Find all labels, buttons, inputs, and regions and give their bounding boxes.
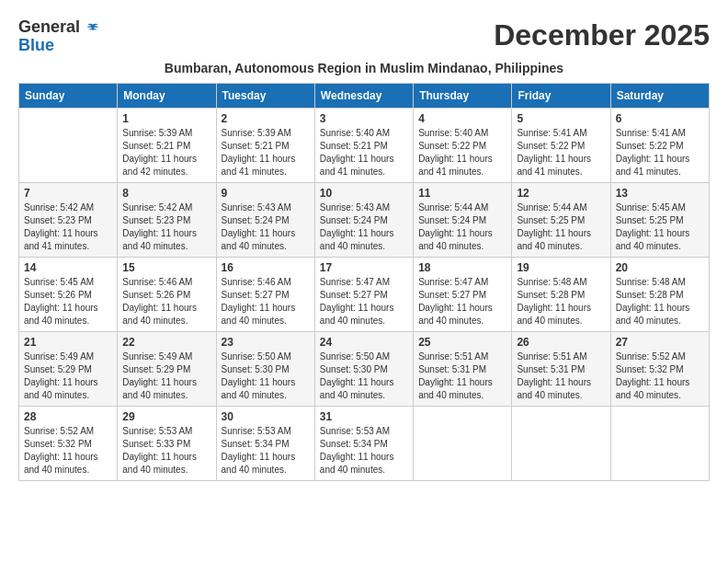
calendar-cell: 4Sunrise: 5:40 AM Sunset: 5:22 PM Daylig… <box>414 108 512 182</box>
calendar-cell: 11Sunrise: 5:44 AM Sunset: 5:24 PM Dayli… <box>414 182 512 257</box>
day-info: Sunrise: 5:53 AM Sunset: 5:34 PM Dayligh… <box>320 425 408 477</box>
day-info: Sunrise: 5:42 AM Sunset: 5:23 PM Dayligh… <box>122 201 210 253</box>
day-number: 23 <box>222 336 310 349</box>
calendar-table: SundayMondayTuesdayWednesdayThursdayFrid… <box>18 83 710 481</box>
day-info: Sunrise: 5:46 AM Sunset: 5:27 PM Dayligh… <box>222 276 310 327</box>
calendar-cell: 20Sunrise: 5:48 AM Sunset: 5:28 PM Dayli… <box>610 257 709 331</box>
logo-bird-icon <box>86 22 99 35</box>
day-info: Sunrise: 5:40 AM Sunset: 5:22 PM Dayligh… <box>418 127 506 178</box>
day-number: 15 <box>122 261 210 274</box>
calendar-cell: 27Sunrise: 5:52 AM Sunset: 5:32 PM Dayli… <box>610 331 709 406</box>
calendar-header-sunday: Sunday <box>19 83 118 108</box>
calendar-cell: 21Sunrise: 5:49 AM Sunset: 5:29 PM Dayli… <box>19 331 118 406</box>
calendar-header-thursday: Thursday <box>414 83 512 108</box>
calendar-cell: 12Sunrise: 5:44 AM Sunset: 5:25 PM Dayli… <box>512 182 610 257</box>
day-info: Sunrise: 5:39 AM Sunset: 5:21 PM Dayligh… <box>122 127 210 178</box>
day-number: 14 <box>24 261 112 274</box>
calendar-cell: 14Sunrise: 5:45 AM Sunset: 5:26 PM Dayli… <box>19 257 118 331</box>
day-info: Sunrise: 5:45 AM Sunset: 5:26 PM Dayligh… <box>24 276 112 327</box>
day-number: 24 <box>320 336 408 349</box>
day-number: 25 <box>418 336 506 349</box>
calendar-header-tuesday: Tuesday <box>216 83 314 108</box>
day-number: 16 <box>222 261 310 274</box>
calendar-cell: 31Sunrise: 5:53 AM Sunset: 5:34 PM Dayli… <box>314 406 413 480</box>
calendar-cell: 8Sunrise: 5:42 AM Sunset: 5:23 PM Daylig… <box>118 182 216 257</box>
day-info: Sunrise: 5:50 AM Sunset: 5:30 PM Dayligh… <box>320 350 408 402</box>
day-number: 4 <box>418 112 506 125</box>
calendar-cell <box>19 108 118 182</box>
calendar-header-saturday: Saturday <box>610 83 709 108</box>
day-number: 28 <box>24 410 112 423</box>
day-info: Sunrise: 5:48 AM Sunset: 5:28 PM Dayligh… <box>517 276 605 327</box>
day-number: 12 <box>517 187 605 200</box>
day-info: Sunrise: 5:52 AM Sunset: 5:32 PM Dayligh… <box>616 350 704 402</box>
calendar-cell: 30Sunrise: 5:53 AM Sunset: 5:34 PM Dayli… <box>216 406 314 480</box>
day-info: Sunrise: 5:39 AM Sunset: 5:21 PM Dayligh… <box>222 127 310 178</box>
calendar-cell: 23Sunrise: 5:50 AM Sunset: 5:30 PM Dayli… <box>216 331 314 406</box>
logo-blue-text: Blue <box>18 37 54 55</box>
day-info: Sunrise: 5:51 AM Sunset: 5:31 PM Dayligh… <box>517 350 605 402</box>
calendar-cell: 7Sunrise: 5:42 AM Sunset: 5:23 PM Daylig… <box>19 182 118 257</box>
calendar-cell <box>512 406 610 480</box>
calendar-cell: 18Sunrise: 5:47 AM Sunset: 5:27 PM Dayli… <box>414 257 512 331</box>
day-number: 8 <box>122 187 210 200</box>
day-info: Sunrise: 5:47 AM Sunset: 5:27 PM Dayligh… <box>418 276 506 327</box>
calendar-cell: 6Sunrise: 5:41 AM Sunset: 5:22 PM Daylig… <box>610 108 709 182</box>
calendar-header-wednesday: Wednesday <box>314 83 413 108</box>
day-number: 5 <box>517 112 605 125</box>
logo-general-text: General <box>18 17 80 36</box>
day-number: 30 <box>222 410 310 423</box>
day-number: 10 <box>320 187 408 200</box>
day-info: Sunrise: 5:43 AM Sunset: 5:24 PM Dayligh… <box>222 201 310 253</box>
calendar-cell: 10Sunrise: 5:43 AM Sunset: 5:24 PM Dayli… <box>314 182 413 257</box>
day-info: Sunrise: 5:44 AM Sunset: 5:24 PM Dayligh… <box>418 201 506 253</box>
day-number: 22 <box>122 336 210 349</box>
day-info: Sunrise: 5:46 AM Sunset: 5:26 PM Dayligh… <box>122 276 210 327</box>
day-info: Sunrise: 5:47 AM Sunset: 5:27 PM Dayligh… <box>320 276 408 327</box>
calendar-week-row: 7Sunrise: 5:42 AM Sunset: 5:23 PM Daylig… <box>19 182 710 257</box>
calendar-cell: 26Sunrise: 5:51 AM Sunset: 5:31 PM Dayli… <box>512 331 610 406</box>
calendar-cell: 24Sunrise: 5:50 AM Sunset: 5:30 PM Dayli… <box>314 331 413 406</box>
logo: General Blue <box>18 18 99 55</box>
day-info: Sunrise: 5:40 AM Sunset: 5:21 PM Dayligh… <box>320 127 408 178</box>
calendar-cell: 3Sunrise: 5:40 AM Sunset: 5:21 PM Daylig… <box>314 108 413 182</box>
calendar-cell <box>610 406 709 480</box>
header: General Blue December 2025 <box>18 18 710 55</box>
calendar-cell: 13Sunrise: 5:45 AM Sunset: 5:25 PM Dayli… <box>610 182 709 257</box>
day-info: Sunrise: 5:51 AM Sunset: 5:31 PM Dayligh… <box>418 350 506 402</box>
calendar-week-row: 21Sunrise: 5:49 AM Sunset: 5:29 PM Dayli… <box>19 331 710 406</box>
day-number: 31 <box>320 410 408 423</box>
day-number: 21 <box>24 336 112 349</box>
calendar-week-row: 1Sunrise: 5:39 AM Sunset: 5:21 PM Daylig… <box>19 108 710 182</box>
calendar-cell: 16Sunrise: 5:46 AM Sunset: 5:27 PM Dayli… <box>216 257 314 331</box>
day-number: 29 <box>122 410 210 423</box>
calendar-week-row: 28Sunrise: 5:52 AM Sunset: 5:32 PM Dayli… <box>19 406 710 480</box>
day-number: 20 <box>616 261 704 274</box>
calendar-cell: 1Sunrise: 5:39 AM Sunset: 5:21 PM Daylig… <box>118 108 216 182</box>
day-info: Sunrise: 5:53 AM Sunset: 5:33 PM Dayligh… <box>122 425 210 477</box>
day-info: Sunrise: 5:44 AM Sunset: 5:25 PM Dayligh… <box>517 201 605 253</box>
calendar-header-monday: Monday <box>118 83 216 108</box>
calendar-cell: 28Sunrise: 5:52 AM Sunset: 5:32 PM Dayli… <box>19 406 118 480</box>
calendar-header-row: SundayMondayTuesdayWednesdayThursdayFrid… <box>19 83 710 108</box>
day-number: 11 <box>418 187 506 200</box>
day-info: Sunrise: 5:41 AM Sunset: 5:22 PM Dayligh… <box>616 127 704 178</box>
day-number: 26 <box>517 336 605 349</box>
day-number: 17 <box>320 261 408 274</box>
day-info: Sunrise: 5:52 AM Sunset: 5:32 PM Dayligh… <box>24 425 112 477</box>
day-number: 3 <box>320 112 408 125</box>
calendar-cell: 5Sunrise: 5:41 AM Sunset: 5:22 PM Daylig… <box>512 108 610 182</box>
calendar-cell: 25Sunrise: 5:51 AM Sunset: 5:31 PM Dayli… <box>414 331 512 406</box>
calendar-week-row: 14Sunrise: 5:45 AM Sunset: 5:26 PM Dayli… <box>19 257 710 331</box>
day-number: 27 <box>616 336 704 349</box>
day-info: Sunrise: 5:49 AM Sunset: 5:29 PM Dayligh… <box>24 350 112 402</box>
calendar-cell: 17Sunrise: 5:47 AM Sunset: 5:27 PM Dayli… <box>314 257 413 331</box>
day-number: 18 <box>418 261 506 274</box>
calendar-cell: 15Sunrise: 5:46 AM Sunset: 5:26 PM Dayli… <box>118 257 216 331</box>
day-info: Sunrise: 5:50 AM Sunset: 5:30 PM Dayligh… <box>222 350 310 402</box>
day-number: 19 <box>517 261 605 274</box>
subtitle: Bumbaran, Autonomous Region in Muslim Mi… <box>18 61 710 75</box>
day-number: 7 <box>24 187 112 200</box>
calendar-cell: 22Sunrise: 5:49 AM Sunset: 5:29 PM Dayli… <box>118 331 216 406</box>
day-info: Sunrise: 5:49 AM Sunset: 5:29 PM Dayligh… <box>122 350 210 402</box>
